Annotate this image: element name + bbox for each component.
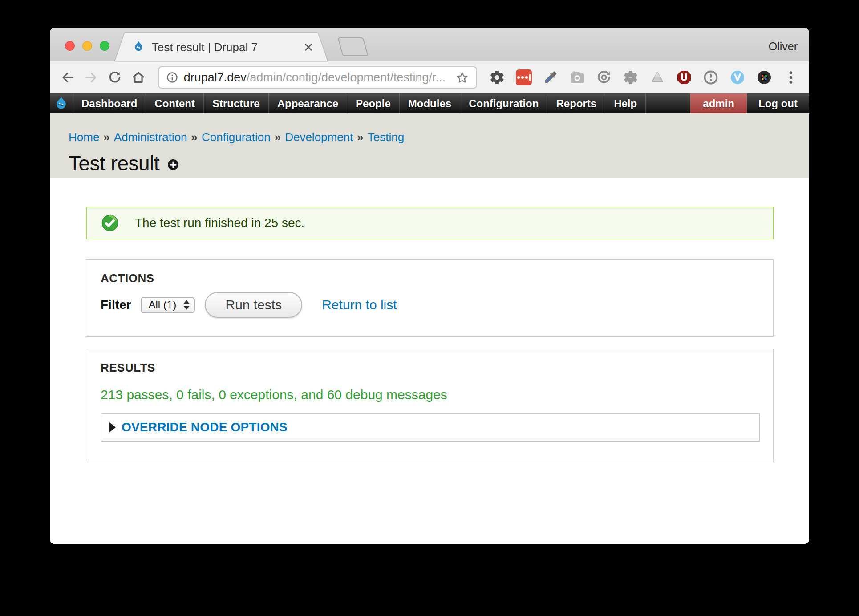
run-tests-button[interactable]: Run tests [205,292,302,318]
profile-name[interactable]: Oliver [769,40,798,53]
breadcrumb-home[interactable]: Home [69,130,99,144]
actions-fieldset: ACTIONS Filter All (1) Run tests Return … [86,259,774,337]
breadcrumb-separator: » [275,130,281,144]
breadcrumb-separator: » [357,130,363,144]
breadcrumb-administration[interactable]: Administration [114,130,187,144]
address-bar[interactable]: drupal7.dev/admin/config/development/tes… [158,66,477,89]
new-tab-button[interactable] [337,37,368,56]
url-host: drupal7.dev [184,71,247,84]
browser-window: Test result | Drupal 7 Oliver drupal [50,28,809,544]
admin-toolbar-spacer [646,93,690,113]
logout-link[interactable]: Log out [747,93,809,113]
admin-menu-help[interactable]: Help [605,93,646,113]
info-circle-icon[interactable] [702,69,719,86]
page-info-icon[interactable] [166,71,178,84]
results-summary: 213 passes, 0 fails, 0 exceptions, and 6… [101,387,760,402]
tab-title: Test result | Drupal 7 [152,41,258,54]
drupal-logo-icon[interactable] [50,93,73,113]
override-node-options-label[interactable]: OVERRIDE NODE OPTIONS [122,420,288,434]
bookmark-star-icon[interactable] [455,71,469,85]
extension-bar [489,69,799,86]
status-message-text: The test run finished in 25 sec. [135,216,304,230]
status-ok-icon [101,214,119,232]
override-node-options-fieldset[interactable]: OVERRIDE NODE OPTIONS [101,413,760,442]
browser-menu-icon[interactable] [782,69,799,86]
window-controls [65,41,109,51]
status-message: The test run finished in 25 sec. [86,207,774,239]
admin-menu-dashboard[interactable]: Dashboard [73,93,146,113]
drive-triangle-icon[interactable] [649,69,666,86]
ublock-icon[interactable] [676,69,693,86]
url-path: /admin/config/development/testing/r... [247,71,446,84]
eyedropper-icon[interactable] [542,69,559,86]
filter-select-value: All (1) [148,299,176,311]
gear-bug-icon[interactable] [622,69,639,86]
settings-gear-icon[interactable] [489,69,506,86]
lens-icon[interactable] [756,69,773,86]
home-button[interactable] [131,69,146,86]
breadcrumb-configuration[interactable]: Configuration [202,130,271,144]
back-button[interactable] [60,69,75,86]
admin-menu-content[interactable]: Content [146,93,204,113]
admin-user-link[interactable]: admin [690,93,747,113]
breadcrumb-testing[interactable]: Testing [368,130,404,144]
admin-menu-reports[interactable]: Reports [547,93,605,113]
actions-legend: ACTIONS [101,272,760,285]
add-shortcut-icon[interactable] [167,159,179,170]
admin-menu-structure[interactable]: Structure [204,93,269,113]
url-text: drupal7.dev/admin/config/development/tes… [184,71,446,85]
breadcrumb: Home»Administration»Configuration»Develo… [69,130,809,144]
tab-reload-icon[interactable] [596,69,612,86]
admin-menu-modules[interactable]: Modules [400,93,460,113]
filter-label: Filter [101,298,131,312]
breadcrumb-separator: » [103,130,109,144]
filter-select[interactable]: All (1) [141,297,195,313]
drupal-admin-toolbar: Dashboard Content Structure Appearance P… [50,93,809,113]
tab-close-icon[interactable] [303,41,314,53]
zoom-window-button[interactable] [100,41,109,51]
admin-menu-appearance[interactable]: Appearance [269,93,347,113]
return-to-list-link[interactable]: Return to list [322,297,397,312]
browser-toolbar: drupal7.dev/admin/config/development/tes… [50,61,809,93]
tab-strip: Test result | Drupal 7 Oliver [50,28,809,61]
breadcrumb-separator: » [191,130,198,144]
minimize-window-button[interactable] [82,41,92,51]
password-manager-icon[interactable] [515,69,532,86]
close-window-button[interactable] [65,41,75,51]
page-title: Test result [69,151,159,175]
reload-button[interactable] [107,69,122,86]
results-legend: RESULTS [101,361,760,375]
main-content: The test run finished in 25 sec. ACTIONS… [50,178,809,544]
admin-menu-configuration[interactable]: Configuration [460,93,547,113]
page-header: Home»Administration»Configuration»Develo… [50,113,809,178]
v-circle-icon[interactable] [729,69,746,86]
select-stepper-icon [183,300,190,310]
results-fieldset: RESULTS 213 passes, 0 fails, 0 exception… [86,349,774,462]
browser-tab[interactable]: Test result | Drupal 7 [115,33,328,61]
favicon-drupal-icon [133,41,145,54]
admin-menu-people[interactable]: People [347,93,400,113]
collapsed-arrow-icon [109,422,116,432]
camera-icon[interactable] [569,69,586,86]
breadcrumb-development[interactable]: Development [285,130,353,144]
forward-button[interactable] [83,69,99,86]
